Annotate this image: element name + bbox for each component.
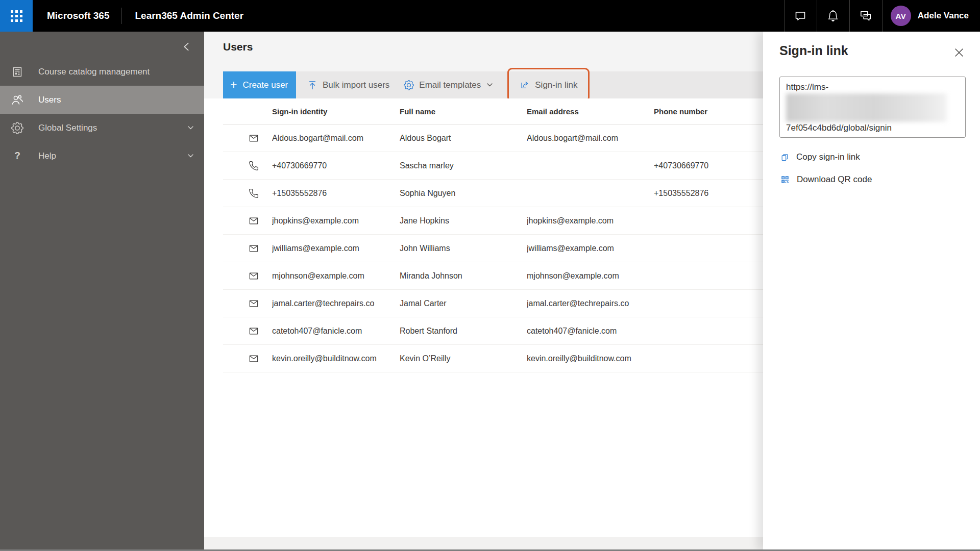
cell-sign-in-identity: kevin.oreilly@builditnow.com [272, 354, 400, 363]
topbar: Microsoft 365 Learn365 Admin Center AV A… [0, 0, 980, 32]
download-qr-code-label: Download QR code [797, 174, 872, 185]
app-launcher-button[interactable] [0, 0, 33, 32]
sidebar-item-global-settings[interactable]: Global Settings [0, 114, 204, 142]
copy-sign-in-link-button[interactable]: Copy sign-in link [780, 152, 860, 162]
email-templates-button[interactable]: Email templates [404, 80, 498, 90]
table-row[interactable]: Aldous.bogart@mail.comAldous BogartAldou… [223, 124, 763, 152]
cell-full-name: Sophia Nguyen [400, 189, 527, 198]
qr-code-icon [780, 175, 790, 184]
mail-icon [249, 133, 259, 143]
sign-in-link-button[interactable]: Sign-in link [520, 80, 577, 90]
bell-icon [827, 10, 839, 21]
notifications-button[interactable] [817, 0, 849, 32]
cell-email-address: jhopkins@example.com [527, 216, 654, 226]
main-content: Users + Create user Bulk import users Em… [204, 32, 763, 551]
table-row[interactable]: jwilliams@example.comJohn Williamsjwilli… [223, 235, 763, 262]
help-icon: ? [11, 150, 23, 162]
brand-title[interactable]: Microsoft 365 [47, 10, 109, 21]
waffle-icon [11, 10, 22, 22]
user-name: Adele Vance [918, 11, 969, 21]
close-panel-button[interactable] [951, 45, 967, 60]
plus-icon: + [230, 79, 237, 91]
gear-icon [11, 122, 23, 134]
sidebar-item-label: Course catalog management [38, 67, 150, 77]
mail-icon [249, 216, 259, 226]
sidebar-nav: Course catalog managementUsersGlobal Set… [0, 58, 204, 170]
topbar-divider [121, 8, 121, 24]
cell-email-address: mjohnson@example.com [527, 271, 654, 281]
copy-icon [780, 153, 789, 162]
table-row[interactable]: jhopkins@example.comJane Hopkinsjhopkins… [223, 207, 763, 235]
mail-icon [249, 326, 259, 336]
sign-in-link-highlight: Sign-in link [507, 68, 590, 102]
bulk-import-label: Bulk import users [323, 80, 389, 90]
people-icon [11, 94, 23, 106]
sidebar-item-label: Users [38, 95, 61, 105]
sidebar: Course catalog managementUsersGlobal Set… [0, 32, 204, 551]
app-title: Learn365 Admin Center [135, 10, 243, 21]
table-row[interactable]: +40730669770Sascha marley+40730669770 [223, 152, 763, 180]
feedback-button[interactable] [850, 0, 882, 32]
table-row[interactable]: mjohnson@example.comMiranda Johnsonmjohn… [223, 262, 763, 290]
topbar-actions: AV Adele Vance [784, 0, 980, 32]
phone-icon [249, 161, 259, 171]
mail-icon [249, 298, 259, 309]
sidebar-item-label: Help [38, 151, 56, 161]
sign-in-url-box[interactable]: https://lms- 7ef054c4bd6d/global/signin [779, 77, 966, 138]
chevron-left-icon [182, 42, 191, 52]
cell-full-name: Robert Stanford [400, 327, 527, 336]
cell-sign-in-identity: jhopkins@example.com [272, 216, 400, 226]
cell-full-name: Jane Hopkins [400, 216, 527, 226]
url-line-1: https://lms- [786, 81, 959, 93]
cell-email-address: jwilliams@example.com [527, 244, 654, 253]
column-sign-in-identity[interactable]: Sign-in identity [272, 107, 400, 116]
mail-icon [249, 271, 259, 281]
cell-full-name: Jamal Carter [400, 299, 527, 308]
cell-sign-in-identity: jamal.carter@techrepairs.co [272, 299, 400, 308]
create-user-button[interactable]: + Create user [223, 71, 296, 98]
create-user-label: Create user [242, 80, 288, 90]
sign-in-link-panel: Sign-in link https://lms- 7ef054c4bd6d/g… [763, 32, 980, 551]
feedback-icon [859, 9, 872, 22]
table-row[interactable]: kevin.oreilly@builditnow.comKevin O’Reil… [223, 345, 763, 372]
page-title: Users [223, 41, 253, 53]
url-redacted-blur [786, 93, 947, 122]
sidebar-collapse-button[interactable] [178, 38, 195, 55]
table-row[interactable]: jamal.carter@techrepairs.coJamal Carterj… [223, 290, 763, 317]
download-qr-code-button[interactable]: Download QR code [780, 174, 872, 185]
table-row[interactable]: catetoh407@fanicle.comRobert Stanfordcat… [223, 317, 763, 345]
sidebar-item-label: Global Settings [38, 123, 97, 133]
cell-full-name: John Williams [400, 244, 527, 253]
cell-phone-number: +40730669770 [654, 161, 763, 170]
table-header: Sign-in identity Full name Email address… [223, 98, 763, 124]
chevron-down-icon [486, 82, 493, 88]
bottom-strip [204, 537, 763, 550]
cell-sign-in-identity: +40730669770 [272, 161, 400, 170]
close-icon [954, 48, 964, 57]
chat-button[interactable] [785, 0, 817, 32]
sidebar-item-course-catalog-management[interactable]: Course catalog management [0, 58, 204, 86]
panel-title: Sign-in link [779, 43, 848, 58]
mail-icon [249, 354, 259, 364]
cell-sign-in-identity: +15035552876 [272, 189, 400, 198]
table-row[interactable]: +15035552876Sophia Nguyen+15035552876 [223, 180, 763, 207]
cell-email-address: jamal.carter@techrepairs.co [527, 299, 654, 308]
sidebar-item-users[interactable]: Users [0, 86, 204, 114]
column-full-name[interactable]: Full name [400, 107, 527, 116]
upload-icon [307, 80, 317, 90]
account-menu[interactable]: AV Adele Vance [883, 0, 980, 32]
bulk-import-users-button[interactable]: Bulk import users [307, 80, 389, 90]
email-templates-label: Email templates [419, 80, 481, 90]
cell-sign-in-identity: Aldous.bogart@mail.com [272, 134, 400, 143]
cell-phone-number: +15035552876 [654, 189, 763, 198]
column-email-address[interactable]: Email address [527, 107, 654, 116]
cell-full-name: Kevin O’Reilly [400, 354, 527, 363]
cell-sign-in-identity: mjohnson@example.com [272, 271, 400, 281]
gear-icon [404, 80, 414, 90]
sign-in-icon [520, 80, 530, 90]
learn365-admin-window: Microsoft 365 Learn365 Admin Center AV A… [0, 0, 980, 551]
chevron-down-icon [187, 153, 194, 159]
mail-icon [249, 243, 259, 254]
column-phone-number[interactable]: Phone number [654, 107, 763, 116]
sidebar-item-help[interactable]: ?Help [0, 142, 204, 170]
